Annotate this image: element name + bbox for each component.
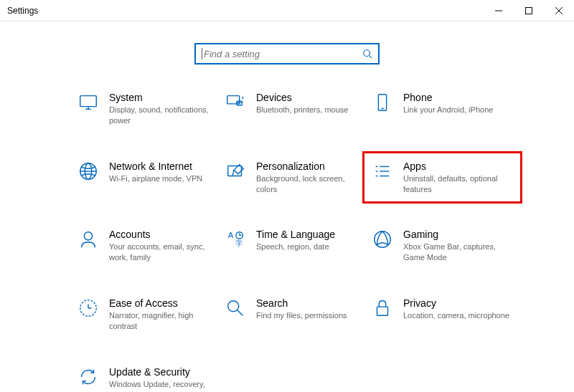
settings-grid: System Display, sound, notifications, po… xyxy=(0,89,574,392)
grid-row: Update & Security Windows Update, recove… xyxy=(75,363,524,392)
tile-desc: Your accounts, email, sync, work, family xyxy=(109,242,217,263)
privacy-icon xyxy=(372,297,393,319)
svg-point-33 xyxy=(375,231,391,248)
tile-desc: Find my files, permissions xyxy=(256,310,364,321)
tile-search[interactable]: Search Find my files, permissions xyxy=(222,295,369,335)
text-cursor xyxy=(202,48,202,59)
tile-title: Privacy xyxy=(403,297,513,309)
tile-desc: Narrator, magnifier, high contrast xyxy=(109,310,217,332)
svg-text:A: A xyxy=(228,231,234,240)
tile-title: Apps xyxy=(403,161,513,172)
titlebar: Settings xyxy=(0,0,574,21)
system-icon xyxy=(77,92,99,113)
svg-line-38 xyxy=(237,310,243,316)
search-container xyxy=(0,43,574,64)
tile-desc: Background, lock screen, colors xyxy=(256,173,364,195)
gaming-icon xyxy=(372,229,393,250)
grid-row: Ease of Access Narrator, magnifier, high… xyxy=(75,295,524,335)
tile-desc: Xbox Game Bar, captures, Game Mode xyxy=(403,242,511,263)
tile-title: Update & Security xyxy=(109,366,219,378)
close-icon xyxy=(555,7,563,14)
grid-row: Accounts Your accounts, email, sync, wor… xyxy=(75,226,524,266)
tile-desc: Location, camera, microphone xyxy=(403,310,511,321)
tile-personalization[interactable]: Personalization Background, lock screen,… xyxy=(222,158,369,198)
tile-title: Network & Internet xyxy=(109,161,219,172)
tile-privacy[interactable]: Privacy Location, camera, microphone xyxy=(369,295,516,335)
maximize-button[interactable] xyxy=(514,0,544,21)
network-icon xyxy=(77,161,99,182)
tile-title: Ease of Access xyxy=(109,297,219,309)
tile-desc: Wi-Fi, airplane mode, VPN xyxy=(109,173,217,184)
grid-row: System Display, sound, notifications, po… xyxy=(75,89,524,129)
svg-rect-6 xyxy=(80,96,97,107)
svg-point-27 xyxy=(84,232,92,240)
svg-line-20 xyxy=(232,170,234,176)
tile-time[interactable]: A字 Time & Language Speech, region, date xyxy=(222,226,369,266)
window-title: Settings xyxy=(7,6,38,16)
maximize-icon xyxy=(525,7,532,14)
tile-desc: Link your Android, iPhone xyxy=(403,105,511,115)
tile-system[interactable]: System Display, sound, notifications, po… xyxy=(75,89,222,129)
update-security-icon xyxy=(77,366,99,388)
ease-of-access-icon xyxy=(77,297,99,319)
tile-title: Search xyxy=(256,297,366,309)
svg-rect-39 xyxy=(377,307,388,315)
tile-update-security[interactable]: Update & Security Windows Update, recove… xyxy=(75,363,222,392)
minimize-icon xyxy=(495,7,502,14)
personalization-icon xyxy=(225,161,246,182)
window-controls xyxy=(484,0,574,21)
devices-icon xyxy=(225,92,246,113)
close-button[interactable] xyxy=(544,0,574,21)
svg-point-37 xyxy=(228,301,239,312)
svg-rect-1 xyxy=(526,7,532,14)
minimize-button[interactable] xyxy=(484,0,514,21)
tile-accounts[interactable]: Accounts Your accounts, email, sync, wor… xyxy=(75,226,222,266)
tile-title: Time & Language xyxy=(256,229,366,240)
search-icon xyxy=(362,49,372,59)
search-category-icon xyxy=(225,297,246,319)
tile-title: Gaming xyxy=(403,229,513,240)
svg-text:字: 字 xyxy=(235,240,243,248)
tile-desc: Bluetooth, printers, mouse xyxy=(256,105,364,115)
tile-apps[interactable]: Apps Uninstall, defaults, optional featu… xyxy=(369,158,516,198)
search-box[interactable] xyxy=(194,43,380,64)
tile-title: Personalization xyxy=(256,161,366,172)
tile-title: System xyxy=(109,92,219,103)
tile-desc: Speech, region, date xyxy=(256,242,364,252)
tile-ease-of-access[interactable]: Ease of Access Narrator, magnifier, high… xyxy=(75,295,222,335)
tile-desc: Uninstall, defaults, optional features xyxy=(403,173,511,195)
tile-devices[interactable]: Devices Bluetooth, printers, mouse xyxy=(222,89,369,129)
grid-row: Network & Internet Wi-Fi, airplane mode,… xyxy=(75,158,524,198)
apps-icon xyxy=(372,161,393,182)
tile-desc: Display, sound, notifications, power xyxy=(109,105,217,126)
tile-network[interactable]: Network & Internet Wi-Fi, airplane mode,… xyxy=(75,158,222,198)
svg-point-4 xyxy=(364,50,370,57)
tile-title: Phone xyxy=(403,92,513,103)
time-language-icon: A字 xyxy=(225,229,246,250)
tile-phone[interactable]: Phone Link your Android, iPhone xyxy=(369,89,516,129)
tile-desc: Windows Update, recovery, backup xyxy=(109,379,217,392)
tile-title: Devices xyxy=(256,92,366,103)
tile-title: Accounts xyxy=(109,229,219,240)
phone-icon xyxy=(372,92,393,113)
search-input[interactable] xyxy=(204,49,362,59)
tile-gaming[interactable]: Gaming Xbox Game Bar, captures, Game Mod… xyxy=(369,226,516,266)
svg-line-5 xyxy=(370,56,372,59)
accounts-icon xyxy=(77,229,99,250)
